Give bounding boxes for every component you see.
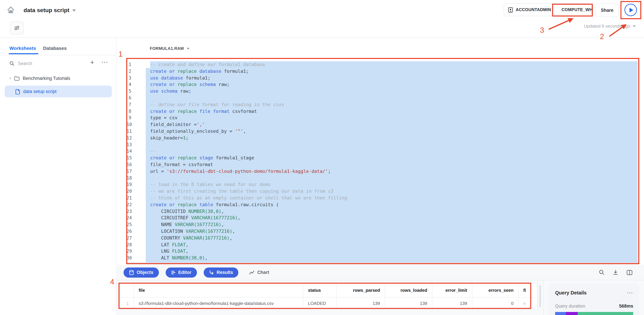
database-context-dropdown[interactable]: FORMULA1.RAW [150, 46, 189, 51]
code-text: file_format = csvformat [150, 161, 213, 168]
code-line[interactable]: 17url = 's3://formula1-dbt-cloud-python-… [126, 168, 638, 175]
code-line[interactable]: 16file_format = csvformat [126, 161, 638, 168]
column-header[interactable]: errors_seen [472, 284, 518, 297]
code-line[interactable]: 4create or replace schema raw; [126, 81, 638, 88]
code-line[interactable]: 6 [126, 95, 638, 101]
code-text: create or replace table formula1.raw.cir… [150, 201, 279, 208]
search-results-icon[interactable] [599, 269, 604, 275]
run-button[interactable] [624, 4, 637, 16]
code-line[interactable]: 12skip_header=1; [126, 135, 638, 142]
code-line[interactable]: 2create or replace database formula1; [126, 68, 638, 75]
chart-icon [249, 270, 255, 275]
updated-caret-icon [632, 25, 636, 27]
results-vertical-scrollbar[interactable] [539, 285, 541, 307]
sql-editor[interactable]: 1-- create and define our formula1 datab… [126, 58, 638, 264]
line-number: 27 [126, 235, 131, 241]
line-number: 26 [126, 228, 131, 235]
code-line[interactable]: 3use database formula1; [126, 75, 638, 81]
tab-databases[interactable]: Databases [43, 46, 67, 51]
context-selector[interactable]: ACCOUNTADMIN COMPUTE_WH [504, 3, 592, 16]
code-line[interactable]: 13 [126, 141, 638, 148]
code-line[interactable]: 1-- create and define our formula1 datab… [126, 61, 638, 68]
sidebar-more-button[interactable]: ⋯ [100, 58, 109, 66]
share-button[interactable]: Share [595, 3, 619, 17]
line-number: 21 [126, 195, 131, 201]
query-duration-bar [555, 312, 633, 315]
objects-button-label: Objects [137, 270, 153, 275]
folder-label: Benchmarking Tutorials [23, 76, 70, 81]
column-header[interactable]: rows_parsed [336, 284, 385, 297]
context-label: FORMULA1.RAW [150, 46, 184, 51]
sidebar-item-data-setup-script[interactable]: data setup script [5, 86, 112, 97]
results-toggle-button[interactable]: Results [204, 267, 238, 277]
download-results-icon[interactable] [613, 269, 618, 275]
code-line[interactable]: 26 LOCATION VARCHAR(16777216), [126, 228, 638, 235]
query-details-title: Query Details [555, 290, 586, 295]
line-number: 24 [126, 215, 131, 221]
code-line[interactable]: 23 CIRCUITID NUMBER(38,0), [126, 208, 638, 215]
code-text: -- define our file format for reading in… [150, 101, 284, 108]
worksheet-title-row[interactable]: data setup script [24, 7, 76, 14]
code-line[interactable]: 5use schema raw; [126, 88, 638, 95]
code-line[interactable]: 19-- load in the 8 tables we need for ou… [126, 181, 638, 188]
code-line[interactable]: 27 COUNTRY VARCHAR(16777216), [126, 235, 638, 241]
results-return-icon [209, 270, 214, 275]
code-text: ALT NUMBER(38,0), [150, 255, 208, 261]
editor-horizontal-scrollbar[interactable] [127, 262, 638, 264]
home-icon [6, 5, 16, 15]
results-actions [599, 269, 644, 275]
code-line[interactable]: 10field_delimiter =',' [126, 121, 638, 128]
code-text: field_delimiter =',' [150, 121, 205, 128]
code-line[interactable]: 24 CIRCUITREF VARCHAR(16777216), [126, 215, 638, 221]
code-line[interactable]: 7-- define our file format for reading i… [126, 101, 638, 108]
line-number: 8 [126, 108, 131, 115]
new-worksheet-button[interactable]: + [88, 59, 96, 66]
code-line[interactable]: 22create or replace table formula1.raw.c… [126, 201, 638, 208]
active-tab-underline [9, 53, 38, 54]
column-header[interactable]: file [134, 284, 303, 297]
column-header[interactable]: error_limit [432, 284, 472, 297]
query-details-more-button[interactable]: ⋯ [627, 289, 633, 296]
sidebar-folder-benchmarking-tutorials[interactable]: › Benchmarking Tutorials [10, 76, 70, 81]
code-text: -- load in the 8 tables we need for our … [150, 181, 270, 188]
column-header[interactable]: fi [518, 284, 538, 297]
line-number: 13 [126, 141, 131, 148]
code-line[interactable]: 11field_optionally_enclosed_by = '"', [126, 128, 638, 135]
column-header[interactable] [120, 284, 134, 297]
tab-worksheets[interactable]: Worksheets [10, 46, 36, 51]
editor-toggle-button[interactable]: Editor [166, 267, 197, 277]
filters-button[interactable] [10, 21, 24, 34]
code-line[interactable]: 30 ALT NUMBER(38,0), [126, 255, 638, 261]
code-text: create or replace stage formula1_stage [150, 155, 254, 161]
line-number: 17 [126, 168, 131, 175]
column-header[interactable]: rows_loaded [385, 284, 432, 297]
column-header[interactable]: status [303, 284, 336, 297]
worksheet-doc-icon [16, 89, 20, 94]
code-line[interactable]: 8create or replace file format csvformat [126, 108, 638, 115]
split-columns-icon[interactable] [626, 270, 632, 275]
code-line[interactable]: 28 LAT FLOAT, [126, 241, 638, 248]
line-number: 19 [126, 181, 131, 188]
objects-toggle-button[interactable]: Objects [124, 267, 159, 277]
search-input[interactable]: Search [10, 59, 77, 67]
folder-chevron-icon[interactable]: › [10, 75, 11, 81]
results-table-wrapper[interactable]: filestatusrows_parsedrows_loadederror_li… [120, 283, 538, 309]
results-toolbar: Objects Editor Results [117, 265, 644, 280]
table-row[interactable]: 1s3://formula1-dbt-cloud-python-demo/for… [120, 297, 538, 309]
code-line[interactable]: 18 [126, 175, 638, 181]
home-button[interactable] [6, 5, 16, 15]
line-number: 22 [126, 201, 131, 208]
updated-status[interactable]: Updated 8 seconds ago [584, 24, 636, 29]
chart-toggle-button[interactable]: Chart [249, 270, 269, 275]
code-text: create or replace schema raw; [150, 81, 230, 88]
code-line[interactable]: 9type = csv [126, 115, 638, 121]
code-line[interactable]: 20-- we are first creating the table the… [126, 188, 638, 195]
code-line[interactable]: 29 LNG FLOAT, [126, 248, 638, 255]
filters-icon [14, 25, 20, 31]
sidebar-tabs-divider [0, 55, 116, 55]
line-number: 12 [126, 135, 131, 142]
code-line[interactable]: 14-- [126, 148, 638, 155]
code-line[interactable]: 15create or replace stage formula1_stage [126, 155, 638, 161]
code-line[interactable]: 21-- think of this as an empty container… [126, 195, 638, 201]
code-line[interactable]: 25 NAME VARCHAR(16777216), [126, 221, 638, 228]
